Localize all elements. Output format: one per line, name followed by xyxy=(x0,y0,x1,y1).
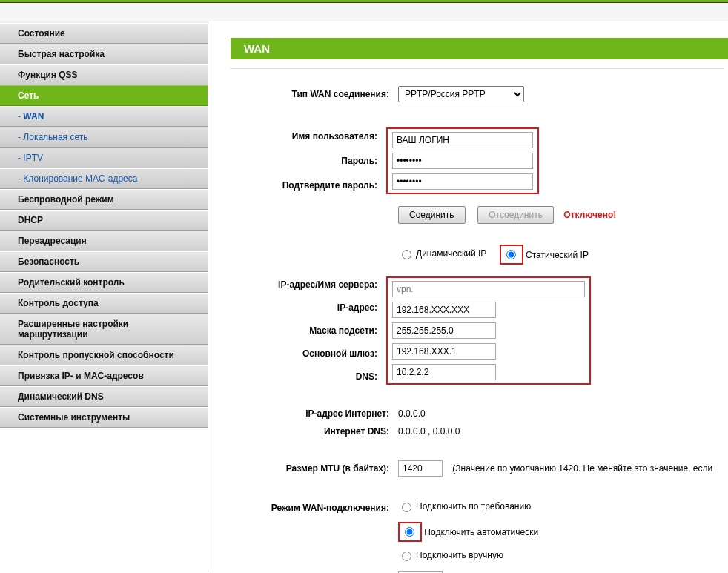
connection-status: Отключено! xyxy=(563,210,616,220)
label-ip: IP-адрес: xyxy=(231,299,382,317)
mask-input[interactable] xyxy=(392,322,496,339)
mode-auto-highlight xyxy=(398,522,422,542)
credentials-highlight xyxy=(386,127,539,194)
label-inet-dns: Интернет DNS: xyxy=(231,425,394,437)
static-ip-option[interactable]: Статический IP xyxy=(500,245,589,265)
label-conn-type: Тип WAN соединения: xyxy=(231,85,394,103)
conn-type-select[interactable]: PPTP/Россия PPTP xyxy=(398,86,524,102)
label-server: IP-адрес/Имя сервера: xyxy=(231,276,382,294)
wan-form: Тип WAN соединения: PPTP/Россия PPTP Имя… xyxy=(231,79,725,573)
header-band xyxy=(0,3,728,21)
inet-dns-value: 0.0.0.0 , 0.0.0.0 xyxy=(394,425,725,437)
dns-input[interactable] xyxy=(392,364,496,380)
sidebar-item-ddns[interactable]: Динамический DNS xyxy=(0,386,208,407)
label-idle: Максимальное время простоя: xyxy=(231,570,394,573)
sidebar-item-parental[interactable]: Родительский контроль xyxy=(0,272,208,293)
sidebar-item-wireless[interactable]: Беспроводной режим xyxy=(0,189,208,210)
connect-button[interactable]: Соединить xyxy=(398,206,466,224)
label-wan-mode: Режим WAN-подключения: xyxy=(231,500,394,515)
mode-manual-radio[interactable] xyxy=(402,552,411,561)
mode-demand-radio[interactable] xyxy=(402,503,411,512)
mode-auto-label: Подключить автоматически xyxy=(424,527,538,537)
sidebar-item-access-control[interactable]: Контроль доступа xyxy=(0,293,208,314)
label-mask: Маска подсети: xyxy=(231,322,382,340)
sidebar-item-bandwidth[interactable]: Контроль пропускной способности xyxy=(0,345,208,365)
mtu-input[interactable] xyxy=(398,460,443,477)
confirm-password-input[interactable] xyxy=(392,173,533,190)
content: WAN Тип WAN соединения: PPTP/Россия PPTP… xyxy=(208,21,728,573)
static-ip-radio[interactable] xyxy=(506,250,516,259)
dynamic-ip-label: Динамический IP xyxy=(416,248,486,259)
label-username: Имя пользователя: xyxy=(231,127,382,147)
dynamic-ip-radio[interactable] xyxy=(402,250,411,259)
mode-manual-label: Подключить вручную xyxy=(416,550,503,560)
static-ip-label: Статический IP xyxy=(526,250,589,260)
sidebar-item-qss[interactable]: Функция QSS xyxy=(0,64,208,85)
label-mtu: Размер MTU (в байтах): xyxy=(231,460,394,477)
sidebar-item-forwarding[interactable]: Переадресация xyxy=(0,231,208,251)
mode-demand-label: Подключить по требованию xyxy=(416,501,531,511)
label-dns: DNS: xyxy=(231,367,382,385)
sidebar-item-network[interactable]: Сеть xyxy=(0,85,208,106)
sidebar-item-ip-mac-binding[interactable]: Привязка IP- и MAC-адресов xyxy=(0,365,208,386)
inet-ip-value: 0.0.0.0 xyxy=(394,408,725,420)
static-ip-radio-highlight xyxy=(500,245,523,265)
sidebar-item-dhcp[interactable]: DHCP xyxy=(0,210,208,231)
mtu-note: (Значение по умолчанию 1420. Не меняйте … xyxy=(452,463,712,474)
dynamic-ip-option[interactable]: Динамический IP xyxy=(398,248,486,259)
mode-auto-radio[interactable] xyxy=(405,527,414,537)
sidebar-item-iptv[interactable]: - IPTV xyxy=(0,148,208,168)
server-input[interactable] xyxy=(392,281,585,297)
sidebar-item-lan[interactable]: - Локальная сеть xyxy=(0,127,208,148)
sidebar-item-wan[interactable]: - WAN xyxy=(0,106,208,127)
page-title: WAN xyxy=(231,38,728,59)
password-input[interactable] xyxy=(392,153,533,169)
disconnect-button[interactable]: Отсоединить xyxy=(477,206,554,224)
label-inet-ip: IP-адрес Интернет: xyxy=(231,408,394,420)
sidebar-item-status[interactable]: Состояние xyxy=(0,23,208,44)
static-ip-highlight xyxy=(386,276,591,385)
label-password: Пароль: xyxy=(231,151,382,171)
mode-demand-option[interactable]: Подключить по требованию xyxy=(398,500,531,512)
ip-input[interactable] xyxy=(392,302,496,318)
sidebar-item-mac-clone[interactable]: - Клонирование MAC-адреса xyxy=(0,168,208,189)
username-input[interactable] xyxy=(392,132,533,148)
sidebar: Состояние Быстрая настройка Функция QSS … xyxy=(0,21,208,428)
sidebar-item-system-tools[interactable]: Системные инструменты xyxy=(0,407,208,428)
layout: Состояние Быстрая настройка Функция QSS … xyxy=(0,21,728,573)
gateway-input[interactable] xyxy=(392,343,496,360)
label-gateway: Основной шлюз: xyxy=(231,344,382,362)
mode-manual-option[interactable]: Подключить вручную xyxy=(398,549,503,561)
mode-auto-option[interactable]: Подключить автоматически xyxy=(398,522,538,542)
separator xyxy=(231,68,724,69)
sidebar-item-quick-setup[interactable]: Быстрая настройка xyxy=(0,44,208,64)
sidebar-item-security[interactable]: Безопасность xyxy=(0,251,208,272)
sidebar-item-routing[interactable]: Расширенные настройки маршрутизации xyxy=(0,314,208,345)
label-confirm: Подтвердите пароль: xyxy=(231,175,382,195)
